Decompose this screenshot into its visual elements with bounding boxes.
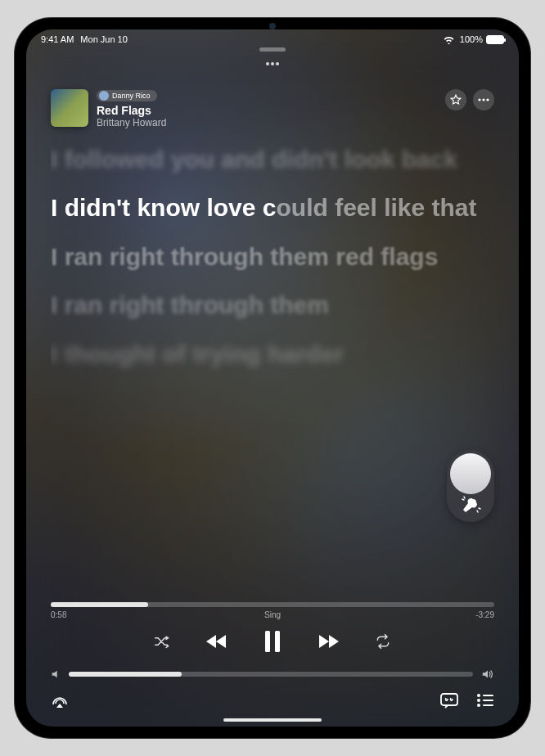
top-more-button[interactable] (263, 55, 282, 73)
svg-point-1 (271, 62, 274, 65)
previous-button[interactable] (205, 632, 229, 650)
svg-point-9 (477, 694, 480, 697)
favorite-button[interactable] (445, 89, 466, 110)
lyric-line-next: I ran right through them red flags (51, 242, 494, 271)
wifi-icon (443, 35, 455, 44)
svg-point-0 (266, 62, 269, 65)
svg-point-4 (482, 98, 484, 101)
svg-point-13 (477, 704, 480, 707)
lyric-line-past: I followed you and didn't look back (51, 145, 494, 173)
svg-point-5 (486, 98, 489, 101)
svg-rect-8 (441, 694, 457, 705)
svg-rect-6 (265, 631, 270, 652)
shuffle-button[interactable] (154, 634, 170, 649)
playback-mode-label: Sing (264, 610, 281, 619)
lyric-sung: I didn't know love c (51, 194, 277, 221)
repeat-button[interactable] (375, 634, 391, 649)
volume-low-icon (51, 669, 61, 679)
now-playing-header: Danny Rico Red Flags Brittany Howard (51, 89, 494, 128)
screen: 9:41 AM Mon Jun 10 100% (26, 29, 519, 727)
battery-icon (486, 35, 504, 44)
svg-rect-10 (483, 695, 493, 696)
svg-rect-12 (483, 700, 493, 701)
shareplay-user-pill[interactable]: Danny Rico (97, 90, 157, 101)
microphone-icon (460, 494, 481, 515)
playback-scrubber[interactable] (51, 602, 494, 607)
drag-handle[interactable] (259, 47, 286, 52)
svg-point-2 (276, 62, 279, 65)
queue-button[interactable] (476, 693, 494, 709)
slider-knob (450, 453, 491, 494)
svg-rect-14 (483, 704, 493, 706)
album-art[interactable] (51, 89, 88, 127)
status-date: Mon Jun 10 (80, 34, 127, 44)
airplay-button[interactable] (51, 693, 69, 709)
scrubber-fill (51, 602, 148, 607)
lyric-unsung: ould feel like that (277, 194, 477, 221)
song-title: Red Flags (97, 104, 166, 117)
svg-point-11 (477, 699, 480, 702)
volume-slider[interactable] (69, 672, 473, 677)
status-time: 9:41 AM (41, 34, 74, 44)
device-camera (269, 23, 276, 29)
battery-percent: 100% (460, 34, 483, 44)
svg-rect-7 (275, 631, 280, 652)
lyric-line-next: I ran right through them (51, 290, 494, 319)
ipad-frame: 9:41 AM Mon Jun 10 100% (15, 18, 530, 738)
lyric-line-current: I didn't know love could feel like that (51, 193, 494, 222)
user-name: Danny Rico (112, 92, 151, 100)
more-button[interactable] (473, 89, 494, 110)
user-avatar-icon (99, 91, 109, 101)
next-button[interactable] (316, 632, 340, 650)
status-bar: 9:41 AM Mon Jun 10 100% (26, 29, 519, 44)
sing-vocal-slider[interactable] (447, 450, 494, 522)
transport-controls (51, 631, 494, 652)
lyrics-button[interactable] (440, 693, 458, 709)
pause-button[interactable] (263, 631, 282, 652)
home-indicator[interactable] (223, 718, 322, 722)
volume-high-icon (481, 668, 494, 680)
lyric-line-next: I thought of trying harder (51, 340, 494, 368)
remaining-time: -3:29 (475, 610, 494, 619)
lyrics-view[interactable]: I followed you and didn't look back I di… (51, 145, 494, 602)
svg-point-3 (478, 98, 480, 101)
volume-fill (69, 672, 182, 677)
artist-name: Brittany Howard (97, 117, 166, 128)
elapsed-time: 0:58 (51, 610, 66, 619)
